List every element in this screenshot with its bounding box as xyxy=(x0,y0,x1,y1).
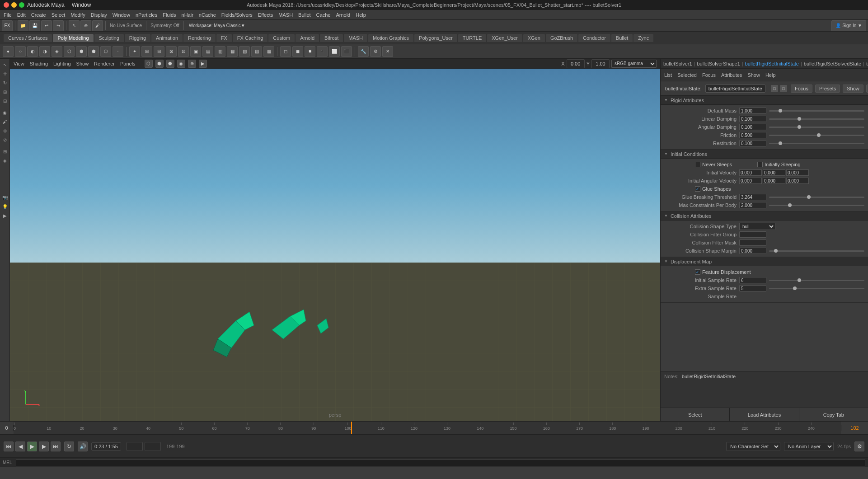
tab-polygons-user[interactable]: Polygons_User xyxy=(414,34,457,42)
go-to-start-button[interactable]: ⏮ xyxy=(4,441,14,451)
tab-sculpting[interactable]: Sculpting xyxy=(94,34,124,42)
vp-icon-3[interactable]: ⬟ xyxy=(166,60,174,68)
move-icon[interactable]: ✛ xyxy=(1,70,9,78)
glue-shapes-checkbox[interactable] xyxy=(695,186,700,192)
select-menu[interactable]: Select xyxy=(52,12,66,18)
presets-button[interactable]: Presets xyxy=(815,85,840,93)
shelf-icon-26[interactable]: ◾ xyxy=(317,46,328,57)
shelf-icon-20[interactable]: ▧ xyxy=(239,46,250,57)
coord-y-input[interactable] xyxy=(591,59,610,68)
display-menu[interactable]: Display xyxy=(91,12,107,18)
tab-zync[interactable]: Zync xyxy=(633,34,653,42)
show-menu[interactable]: Show xyxy=(76,61,89,66)
initially-sleeping-checkbox[interactable] xyxy=(757,162,763,167)
shelf-icon-22[interactable]: ▩ xyxy=(263,46,274,57)
shelf-icon-19[interactable]: ▦ xyxy=(227,46,238,57)
play-button[interactable]: ▶ xyxy=(27,441,37,451)
audio-button[interactable]: 🔊 xyxy=(78,441,88,451)
shelf-icon-3[interactable]: ◐ xyxy=(27,46,38,57)
vel-y[interactable] xyxy=(763,169,785,176)
show-button[interactable]: Show xyxy=(843,85,863,93)
input-collision-filter-group[interactable] xyxy=(739,231,766,238)
sign-in-btn[interactable]: 👤 Sign In ▼ xyxy=(831,20,866,31)
bc-item-5[interactable]: time1 xyxy=(866,61,868,66)
help-menu[interactable]: Help xyxy=(356,12,366,18)
anim-layer-select[interactable]: No Anim Layer xyxy=(784,442,834,451)
shelf-icon-18[interactable]: ▥ xyxy=(215,46,225,57)
tab-curves-surfaces[interactable]: Curves / Surfaces xyxy=(4,34,52,42)
loop-button[interactable]: ↻ xyxy=(64,441,74,451)
avel-y[interactable] xyxy=(763,178,785,184)
timeline-track[interactable]: 0102030405060708090100110120130140150160… xyxy=(14,422,841,434)
soft-select-icon[interactable]: ◉ xyxy=(1,108,9,117)
mash-menu[interactable]: MASH xyxy=(278,12,293,18)
lasso-tool[interactable]: ⊕ xyxy=(80,20,91,31)
slider-max-constraints[interactable] xyxy=(769,205,864,206)
input-extra-sample-rate[interactable] xyxy=(739,285,766,291)
shelf-icon-9[interactable]: ⬠ xyxy=(100,46,111,57)
shelf-icon-2[interactable]: ○ xyxy=(15,46,26,57)
vp-icon-5[interactable]: ⊕ xyxy=(188,60,196,68)
tab-fx[interactable]: FX xyxy=(216,34,232,42)
tab-bifrost[interactable]: Bifrost xyxy=(320,34,343,42)
tab-poly-modeling[interactable]: Poly Modeling xyxy=(53,34,93,42)
shelf-icon-13[interactable]: ⊟ xyxy=(154,46,164,57)
tool-1[interactable]: 📁 xyxy=(18,20,28,31)
avel-x[interactable] xyxy=(739,178,762,184)
bc-item-3[interactable]: bulletRigidSetInitialState xyxy=(745,61,799,66)
paint-icon[interactable]: 🖌 xyxy=(1,117,9,126)
input-collision-shape-margin[interactable] xyxy=(739,248,766,254)
tab-motion-graphics[interactable]: Motion Graphics xyxy=(368,34,413,42)
tab-mash[interactable]: MASH xyxy=(344,34,367,42)
selected-menu[interactable]: Selected xyxy=(677,72,697,78)
modify-menu[interactable]: Modify xyxy=(70,12,85,18)
tool-3[interactable]: ↩ xyxy=(41,20,52,31)
never-sleeps-checkbox[interactable] xyxy=(695,162,700,167)
transform-icon[interactable]: ⊟ xyxy=(1,97,9,105)
snap-icon[interactable]: ⊞ xyxy=(1,147,9,155)
avel-z[interactable] xyxy=(786,178,809,184)
shelf-icon-14[interactable]: ⊠ xyxy=(166,46,177,57)
paint-tool[interactable]: 🖌 xyxy=(92,20,103,31)
tool-2[interactable]: 💾 xyxy=(29,20,40,31)
magnet-icon[interactable]: ◈ xyxy=(1,156,9,164)
settings-button[interactable]: ⚙ xyxy=(854,441,864,451)
arnold-menu[interactable]: Arnold xyxy=(336,12,350,18)
shelf-icon-21[interactable]: ▨ xyxy=(251,46,262,57)
tab-fx-caching[interactable]: FX Caching xyxy=(233,34,267,42)
tab-rigging[interactable]: Rigging xyxy=(125,34,150,42)
slider-default-mass[interactable] xyxy=(769,110,864,112)
close-button[interactable] xyxy=(4,2,9,8)
slider-initial-sample-rate[interactable] xyxy=(769,280,864,281)
list-menu[interactable]: List xyxy=(664,72,672,78)
tab-xgen[interactable]: XGen xyxy=(523,34,545,42)
tab-animation[interactable]: Animation xyxy=(151,34,183,42)
input-max-constraints[interactable] xyxy=(739,202,766,208)
vel-z[interactable] xyxy=(786,169,809,176)
coord-x-input[interactable] xyxy=(567,59,585,68)
shelf-icon-27[interactable]: ⬜ xyxy=(329,46,340,57)
shelf-icon-23[interactable]: ◻ xyxy=(280,46,291,57)
bullet-icon-2[interactable]: □ xyxy=(780,85,787,92)
camera-icon[interactable]: 📷 xyxy=(1,193,9,202)
input-angular-damping[interactable] xyxy=(739,124,766,130)
view-menu[interactable]: View xyxy=(14,61,24,66)
slider-extra-sample-rate[interactable] xyxy=(769,288,864,289)
section-header-rigid[interactable]: ▼ Rigid Attributes xyxy=(661,96,868,105)
section-header-displacement[interactable]: ▼ Displacement Map xyxy=(661,257,868,266)
feature-displacement-checkbox[interactable] xyxy=(695,269,700,275)
render-icon[interactable]: ▶ xyxy=(1,211,9,220)
edit-menu[interactable]: Edit xyxy=(17,12,26,18)
tool-4[interactable]: ↪ xyxy=(53,20,64,31)
tab-bullet[interactable]: Bullet xyxy=(611,34,633,42)
section-header-collision[interactable]: ▼ Collision Attributes xyxy=(661,211,868,221)
file-menu[interactable]: File xyxy=(4,12,12,18)
shading-menu[interactable]: Shading xyxy=(30,61,48,66)
sculpt-icon[interactable]: ⊕ xyxy=(1,127,9,135)
frame-start-input[interactable]: 1 xyxy=(127,442,143,451)
vp-icon-1[interactable]: ⬡ xyxy=(145,60,153,68)
tab-gozbrush[interactable]: GoZBrush xyxy=(546,34,577,42)
tab-conductor[interactable]: Conductor xyxy=(578,34,610,42)
shelf-icon-17[interactable]: ▤ xyxy=(202,46,213,57)
ncache-menu[interactable]: nCache xyxy=(199,12,216,18)
